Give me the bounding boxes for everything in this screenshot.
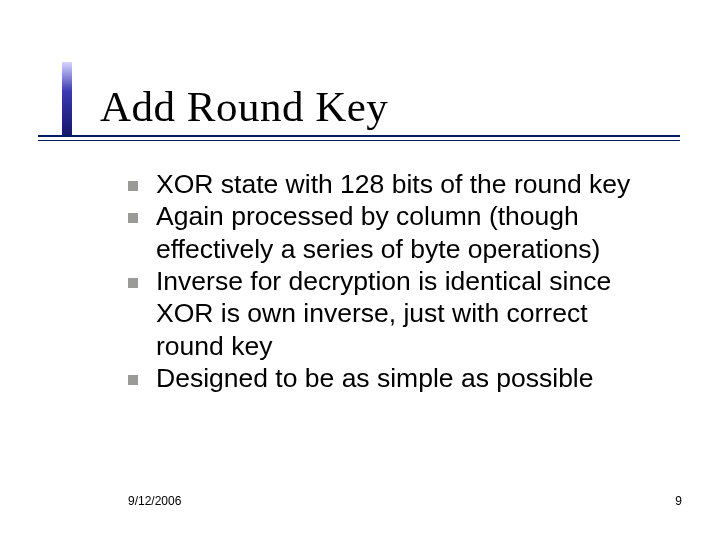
slide-title: Add Round Key [100,82,680,131]
title-container: Add Round Key [100,82,680,131]
bullet-text: Designed to be as simple as possible [156,362,594,394]
square-bullet-icon [128,278,138,288]
list-item: Again processed by column (though effect… [128,200,660,265]
square-bullet-icon [128,375,138,385]
list-item: Designed to be as simple as possible [128,362,660,394]
square-bullet-icon [128,181,138,191]
title-rule-thin [38,140,680,141]
square-bullet-icon [128,213,138,223]
title-accent-bar [62,62,72,136]
bullet-text: Again processed by column (though effect… [156,200,660,265]
list-item: Inverse for decryption is identical sinc… [128,265,660,362]
footer-date: 9/12/2006 [128,494,181,508]
footer-page-number: 9 [675,494,682,508]
list-item: XOR state with 128 bits of the round key [128,168,660,200]
title-rule-thick [38,135,680,137]
content-area: XOR state with 128 bits of the round key… [128,168,660,394]
bullet-text: Inverse for decryption is identical sinc… [156,265,660,362]
bullet-text: XOR state with 128 bits of the round key [156,168,630,200]
slide: Add Round Key XOR state with 128 bits of… [0,0,720,540]
